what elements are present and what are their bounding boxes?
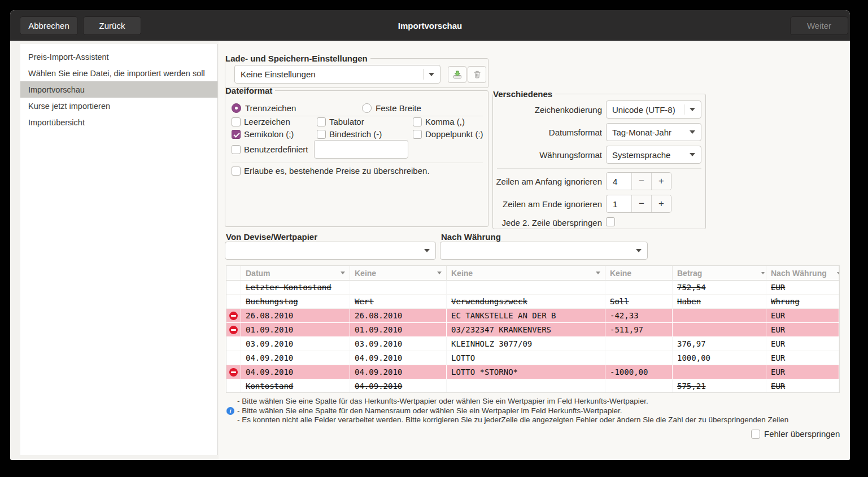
- sidebar-item-summary[interactable]: Importübersicht: [20, 114, 217, 130]
- currency-format-label: Währungsformat: [489, 150, 602, 160]
- date-format-value: Tag-Monat-Jahr: [612, 128, 671, 137]
- error-icon: [229, 368, 238, 377]
- table-row-error[interactable]: 04.09.2010 04.09.2010 LOTTO *STORNO* -10…: [226, 365, 839, 379]
- checkbox-custom-label: Benutzerdefiniert: [244, 145, 308, 154]
- table-row-error[interactable]: 01.09.2010 01.09.2010 03/232347 KRANKENV…: [226, 323, 839, 337]
- checkbox-comma[interactable]: [413, 117, 422, 126]
- miscellaneous-title: Verschiedenes: [493, 89, 555, 99]
- checkbox-semicolon[interactable]: [232, 130, 241, 139]
- validation-messages: - Bitte wählen Sie eine Spalte für das H…: [226, 397, 788, 425]
- forward-button[interactable]: Weiter: [790, 16, 848, 35]
- table-row[interactable]: 04.09.2010 04.09.2010 LOTTO 1000,00 EUR: [226, 351, 839, 365]
- decrement-button[interactable]: −: [631, 195, 651, 212]
- chevron-down-icon: [837, 272, 839, 274]
- chevron-down-icon: [437, 272, 442, 274]
- column-header-keine-1[interactable]: Keine: [350, 266, 447, 281]
- back-button[interactable]: Zurück: [83, 16, 141, 35]
- chevron-down-icon: [429, 73, 434, 76]
- assistant-steps-sidebar: Preis-Import-Assistent Wählen Sie eine D…: [20, 44, 218, 455]
- column-header-keine-2[interactable]: Keine: [447, 266, 605, 281]
- file-format-title: Dateiformat: [225, 86, 275, 95]
- checkbox-hyphen[interactable]: [317, 130, 326, 139]
- validation-message: - Es konnten nicht alle Felder verarbeit…: [226, 415, 788, 425]
- chevron-down-icon: [690, 153, 695, 156]
- table-row[interactable]: 03.09.2010 03.09.2010 KLEINHOLZ 3077/09 …: [226, 337, 839, 351]
- radio-fixed-width[interactable]: [362, 103, 372, 113]
- delete-settings-button[interactable]: [468, 66, 486, 83]
- table-header-row: Datum Keine Keine Keine Betrag Nach Währ…: [226, 266, 839, 281]
- settings-combobox-value: Keine Einstellungen: [241, 69, 316, 79]
- skip-leading-lines-value: 4: [607, 173, 631, 190]
- to-currency-label: Nach Währung: [441, 232, 501, 242]
- load-save-settings-title: Lade- und Speichern-Einstellungen: [225, 54, 370, 63]
- increment-button[interactable]: +: [651, 173, 671, 190]
- divider: [497, 168, 701, 169]
- skip-leading-lines-label: Zeilen am Anfang ignorieren: [472, 177, 602, 186]
- table-row[interactable]: Buchungstag Wert Verwendungszweck Soll H…: [226, 295, 839, 309]
- increment-button[interactable]: +: [651, 195, 671, 212]
- to-currency-combobox[interactable]: [440, 242, 648, 260]
- chevron-down-icon: [690, 130, 695, 134]
- skip-leading-lines-spinner[interactable]: 4 − +: [606, 172, 671, 190]
- checkbox-custom[interactable]: [232, 145, 241, 154]
- checkbox-skip-errors[interactable]: [751, 430, 760, 439]
- checkbox-skip-alternate-lines[interactable]: [606, 217, 615, 226]
- checkbox-overwrite-prices[interactable]: [232, 167, 241, 176]
- sidebar-item-choose-file[interactable]: Wählen Sie eine Datei, die importiert we…: [20, 65, 217, 81]
- chevron-down-icon: [596, 272, 600, 274]
- skip-trailing-lines-spinner[interactable]: 1 − +: [606, 195, 671, 213]
- settings-combobox[interactable]: Keine Einstellungen: [234, 65, 440, 84]
- checkbox-hyphen-label: Bindestrich (-): [329, 129, 382, 139]
- encoding-combobox[interactable]: Unicode (UTF-8): [606, 100, 701, 119]
- column-header-betrag[interactable]: Betrag: [673, 266, 766, 281]
- currency-format-combobox[interactable]: Systemsprache: [606, 146, 701, 164]
- sidebar-item-import-now[interactable]: Kurse jetzt importieren: [20, 98, 217, 114]
- date-format-combobox[interactable]: Tag-Monat-Jahr: [606, 123, 701, 141]
- from-commodity-combobox[interactable]: [225, 242, 436, 260]
- divider: [232, 163, 483, 163]
- error-icon: [229, 312, 238, 320]
- encoding-value: Unicode (UTF-8): [612, 105, 675, 115]
- sidebar-item-intro[interactable]: Preis-Import-Assistent: [20, 49, 217, 65]
- table-row[interactable]: Kontostand 04.09.2010 575,21 EUR: [226, 379, 839, 392]
- checkbox-colon[interactable]: [413, 130, 422, 139]
- chevron-down-icon: [424, 249, 430, 252]
- titlebar: Abbrechen Zurück Importvorschau Weiter: [10, 10, 850, 41]
- screen-background: Abbrechen Zurück Importvorschau Weiter P…: [0, 0, 868, 477]
- column-header-datum[interactable]: Datum: [241, 266, 350, 281]
- checkbox-colon-label: Doppelpunkt (:): [425, 129, 483, 139]
- skip-trailing-lines-value: 1: [607, 195, 631, 212]
- column-header-keine-3[interactable]: Keine: [605, 266, 673, 281]
- chevron-down-icon: [636, 249, 642, 252]
- import-assistant-window: Abbrechen Zurück Importvorschau Weiter P…: [10, 10, 850, 460]
- column-header-flag[interactable]: [226, 266, 241, 281]
- import-preview-table: Datum Keine Keine Keine Betrag Nach Währ…: [226, 265, 840, 393]
- radio-separated-label: Trennzeichen: [245, 103, 296, 113]
- save-icon: [453, 70, 462, 79]
- from-commodity-label: Von Devise/Wertpapier: [226, 232, 317, 242]
- checkbox-skip-errors-label: Fehler überspringen: [764, 429, 840, 439]
- table-row[interactable]: Letzter Kontostand 752,54 EUR: [226, 281, 839, 295]
- trash-icon: [473, 70, 482, 79]
- checkbox-space[interactable]: [232, 117, 241, 126]
- divider: [232, 116, 483, 116]
- checkbox-tab[interactable]: [317, 117, 326, 126]
- sidebar-item-preview[interactable]: Importvorschau: [20, 81, 217, 98]
- custom-separator-input[interactable]: [314, 140, 408, 159]
- checkbox-space-label: Leerzeichen: [244, 117, 290, 126]
- currency-format-value: Systemsprache: [612, 150, 670, 160]
- validation-message: - Bitte wählen Sie eine Spalte für das H…: [226, 397, 788, 406]
- cancel-button[interactable]: Abbrechen: [20, 16, 78, 35]
- decrement-button[interactable]: −: [631, 173, 651, 190]
- error-icon: [229, 326, 238, 334]
- table-row-error[interactable]: 26.08.2010 26.08.2010 EC TANKSTELLE AN D…: [226, 309, 839, 323]
- checkbox-overwrite-prices-label: Erlaube es, bestehende Preise zu übersch…: [244, 166, 430, 176]
- column-header-nach-waehrung[interactable]: Nach Währung: [766, 266, 839, 281]
- radio-separated[interactable]: [232, 103, 241, 113]
- save-settings-button[interactable]: [448, 66, 466, 83]
- checkbox-comma-label: Komma (,): [425, 117, 465, 126]
- date-format-label: Datumsformat: [489, 128, 602, 137]
- checkbox-semicolon-label: Semikolon (;): [244, 129, 294, 139]
- skip-alternate-lines-label: Jede 2. Zeile überspringen: [472, 218, 602, 227]
- skip-errors-row: Fehler überspringen: [751, 429, 840, 439]
